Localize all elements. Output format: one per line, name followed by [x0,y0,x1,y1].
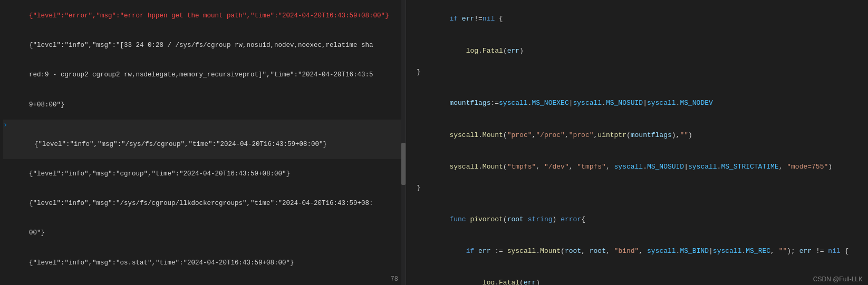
terminal-line: {"level":"info","msg":"[33 24 0:28 / /sy… [3,31,402,60]
code-line: func pivoroot(root string) error{ [414,203,860,235]
terminal-line: {"level":"info","msg":"os.stat","time":"… [3,248,402,278]
terminal-line: {"level":"info","msg":"cgroup","time":"2… [3,159,402,189]
code-line: if err := syscall.Mount(root, root, "bin… [414,235,860,267]
code-line [414,193,860,203]
terminal-content: {"level":"error","msg":"error hppen get … [0,0,406,285]
code-content: if err!=nil { log.Fatal(err) } mountflag… [406,1,868,285]
terminal-line-highlight: › {"level":"info","msg":"/sys/fs/cgroup"… [3,120,402,159]
terminal-panel: {"level":"error","msg":"error hppen get … [0,0,406,285]
code-line: mountflags:=syscall.MS_NOEXEC|syscall.MS… [414,87,860,119]
code-panel: if err!=nil { log.Fatal(err) } mountflag… [406,0,868,285]
code-line: syscall.Mount("tmpfs", "/dev", "tmpfs", … [414,151,860,183]
branding: CSDN @Full-LLK [813,276,863,283]
terminal-line: red:9 - cgroup2 cgroup2 rw,nsdelegate,me… [3,61,402,90]
code-line: if err!=nil { [414,3,860,35]
code-line [414,77,860,87]
scrollbar[interactable] [401,0,406,285]
code-line: } [414,183,860,193]
terminal-line: {"level":"error","msg":"error hppen get … [3,1,402,31]
terminal-line: {"level":"info","msg":"in run.go get cgr… [3,278,402,285]
line-indicator: › [3,120,7,131]
code-line: log.Fatal(err) [414,267,860,285]
code-line: log.Fatal(err) [414,35,860,66]
code-line: } [414,67,860,77]
terminal-line: 00"} [3,219,402,248]
terminal-line: 9+08:00"} [3,90,402,120]
line-number-display: 78 [391,276,398,283]
code-line: syscall.Mount("proc","/proc","proc",uint… [414,119,860,151]
terminal-line: {"level":"info","msg":"/sys/fs/cgroup/ll… [3,189,402,218]
scrollbar-thumb[interactable] [401,143,406,185]
